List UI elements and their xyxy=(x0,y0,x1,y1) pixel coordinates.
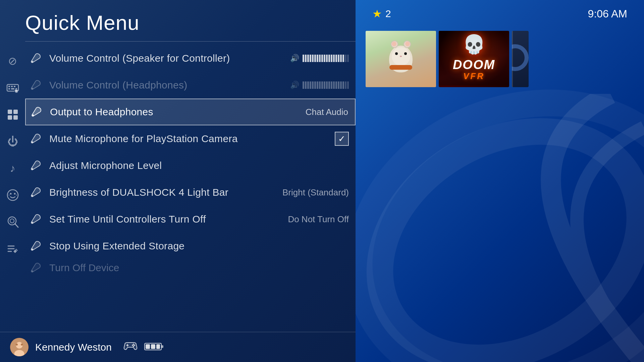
game-thumbnail-anodyne[interactable] xyxy=(366,31,436,87)
vh-seg-1 xyxy=(303,81,304,89)
user-avatar xyxy=(10,338,29,356)
v-seg-12 xyxy=(328,55,330,62)
brightness-value: Bright (Standard) xyxy=(282,187,349,198)
svg-rect-48 xyxy=(161,345,163,348)
svg-rect-12 xyxy=(13,110,18,114)
right-panel: ★ 2 9:06 AM xyxy=(356,0,644,362)
page-title: Quick Menu xyxy=(0,0,356,41)
doom-title-text: DOOM xyxy=(453,58,495,71)
menu-item-volume-speaker[interactable]: Volume Control (Speaker for Controller) … xyxy=(25,45,356,72)
sidebar-icon-music[interactable]: ♪ xyxy=(0,155,25,182)
v-seg-3 xyxy=(307,55,309,62)
vh-seg-12 xyxy=(328,81,330,89)
headphones-speaker-icon: 🔊 xyxy=(290,81,299,89)
stop-storage-label: Stop Using Extended Storage xyxy=(49,240,349,252)
adjust-mic-label: Adjust Microphone Level xyxy=(49,160,349,171)
svg-point-29 xyxy=(32,115,34,116)
vh-seg-9 xyxy=(321,81,323,89)
wrench-icon-storage xyxy=(29,239,43,253)
sidebar-icons: ⊘ xyxy=(0,42,25,332)
vh-seg-2 xyxy=(305,81,307,89)
svg-point-40 xyxy=(21,344,23,346)
v-seg-4 xyxy=(310,55,311,62)
v-seg-2 xyxy=(305,55,307,62)
svg-point-27 xyxy=(32,61,33,63)
mute-mic-checkbox[interactable]: ✓ xyxy=(335,132,349,146)
menu-item-brightness[interactable]: Brightness of DUALSHOCK 4 Light Bar Brig… xyxy=(25,179,356,206)
svg-point-21 xyxy=(10,219,14,223)
trophy-count: 2 xyxy=(385,8,391,19)
menu-item-output-headphones[interactable]: Output to Headphones Chat Audio xyxy=(25,99,356,125)
svg-point-18 xyxy=(8,195,9,196)
controller-timeout-value: Do Not Turn Off xyxy=(288,214,349,225)
svg-rect-6 xyxy=(15,88,17,89)
controller-icon xyxy=(123,341,138,353)
wrench-icon-timeout xyxy=(29,212,43,226)
svg-point-19 xyxy=(16,195,17,196)
sidebar-icon-edit[interactable] xyxy=(0,235,25,262)
v-seg-1 xyxy=(303,55,304,62)
svg-point-16 xyxy=(10,193,11,195)
sidebar-icon-keyboard[interactable] xyxy=(0,74,25,101)
vh-seg-4 xyxy=(310,81,311,89)
svg-rect-5 xyxy=(11,88,14,89)
svg-point-32 xyxy=(32,195,33,197)
v-seg-6 xyxy=(314,55,316,62)
sidebar-icon-face[interactable] xyxy=(0,182,25,208)
output-headphones-label: Output to Headphones xyxy=(50,106,302,118)
wrench-icon-mute xyxy=(29,132,43,146)
menu-item-mute-mic[interactable]: Mute Microphone for PlayStation Camera ✓ xyxy=(25,125,356,152)
wrench-icon-output xyxy=(29,105,43,119)
svg-rect-3 xyxy=(14,86,15,87)
sidebar-icon-search[interactable] xyxy=(0,208,25,235)
menu-item-controller-timeout[interactable]: Set Time Until Controllers Turn Off Do N… xyxy=(25,206,356,233)
vh-seg-5 xyxy=(312,81,314,89)
turn-off-label: Turn Off Device xyxy=(49,262,119,274)
menu-item-stop-storage[interactable]: Stop Using Extended Storage xyxy=(25,233,356,259)
svg-rect-4 xyxy=(8,88,10,89)
svg-point-35 xyxy=(32,270,33,272)
game-thumbnails: 💀 DOOM VFR xyxy=(356,27,644,94)
menu-content: ⊘ xyxy=(0,42,356,332)
svg-point-10 xyxy=(15,90,18,93)
doom-vfr-text: VFR xyxy=(453,71,495,81)
v-seg-10 xyxy=(324,55,325,62)
vh-seg-7 xyxy=(317,81,318,89)
v-seg-15 xyxy=(335,55,337,62)
sidebar-icon-power[interactable]: ⏻ xyxy=(0,128,25,155)
menu-item-volume-headphones[interactable]: Volume Control (Headphones) 🔊 xyxy=(25,72,356,99)
wrench-icon-adjust-mic xyxy=(29,159,43,173)
vh-seg-18 xyxy=(342,81,344,89)
svg-point-39 xyxy=(16,344,18,346)
svg-point-44 xyxy=(133,346,134,347)
menu-item-adjust-mic[interactable]: Adjust Microphone Level xyxy=(25,152,356,179)
svg-rect-14 xyxy=(13,115,18,120)
svg-point-43 xyxy=(133,344,134,345)
sidebar-icon-puzzle[interactable] xyxy=(0,101,25,128)
vh-seg-8 xyxy=(319,81,321,89)
v-seg-19 xyxy=(345,55,346,62)
controller-timeout-label: Set Time Until Controllers Turn Off xyxy=(49,214,284,225)
menu-item-turn-off-partial[interactable]: Turn Off Device xyxy=(25,259,356,276)
mute-mic-label: Mute Microphone for PlayStation Camera xyxy=(49,133,335,144)
v-seg-8 xyxy=(319,55,321,62)
svg-point-45 xyxy=(132,345,133,346)
wrench-icon-volume-headphones xyxy=(29,78,43,92)
speaker-icon: 🔊 xyxy=(290,54,299,63)
sidebar-icon-no-symbol[interactable]: ⊘ xyxy=(0,48,25,74)
vh-seg-15 xyxy=(335,81,337,89)
svg-point-33 xyxy=(32,222,33,224)
username-display: Kennedy Weston xyxy=(35,342,112,353)
game-thumbnail-doom-vfr[interactable]: 💀 DOOM VFR xyxy=(439,31,509,87)
brightness-label: Brightness of DUALSHOCK 4 Light Bar xyxy=(49,187,279,198)
vh-seg-13 xyxy=(331,81,332,89)
svg-rect-11 xyxy=(8,110,12,114)
vh-seg-11 xyxy=(326,81,328,89)
v-seg-7 xyxy=(317,55,318,62)
v-seg-5 xyxy=(312,55,314,62)
game-thumbnail-partial[interactable] xyxy=(512,31,529,87)
svg-point-28 xyxy=(32,88,33,89)
vh-seg-19 xyxy=(345,81,346,89)
svg-point-34 xyxy=(32,249,33,250)
v-seg-13 xyxy=(331,55,332,62)
